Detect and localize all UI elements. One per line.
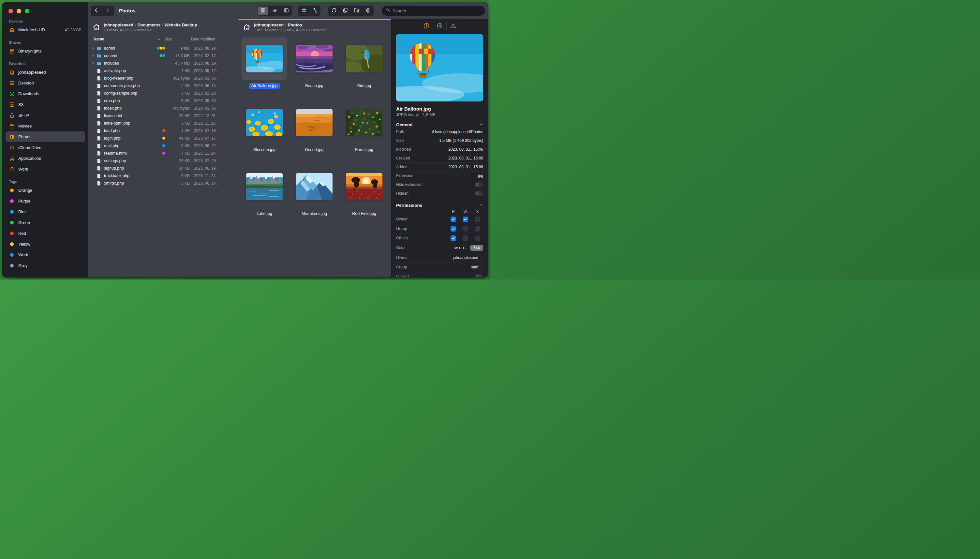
sidebar-item-movies[interactable]: Movies <box>5 121 85 131</box>
table-row[interactable]: cron.php6 KB2023. 05. 30. <box>88 97 238 104</box>
forward-button[interactable] <box>102 5 113 16</box>
breadcrumb-segment[interactable]: johnappleseed <box>104 23 134 27</box>
sidebar-item-downloads[interactable]: Downloads <box>5 88 85 99</box>
photo-item-beach[interactable]: Beach.jpg <box>292 38 337 93</box>
permission-checkbox[interactable] <box>450 226 456 232</box>
new-folder-button[interactable] <box>351 5 362 16</box>
sidebar-item-work[interactable]: Work <box>5 250 85 260</box>
permission-checkbox[interactable] <box>475 235 480 241</box>
column-view-button[interactable] <box>281 7 292 15</box>
permission-checkbox[interactable] <box>463 217 468 222</box>
sidebar-item-photos[interactable]: Photos <box>5 131 85 142</box>
minimize-window-button[interactable] <box>16 9 21 13</box>
sidebar-item-purple[interactable]: Purple <box>5 196 85 207</box>
toggle-switch[interactable] <box>475 191 483 196</box>
copy-button[interactable] <box>340 5 351 16</box>
sidebar-item-orange[interactable]: Orange <box>5 185 85 196</box>
connect-button[interactable] <box>309 5 320 16</box>
breadcrumb-segment[interactable]: Documents <box>137 23 160 27</box>
photo-item-lake[interactable]: Lake.jpg <box>242 165 287 221</box>
s3-icon: a <box>9 101 15 108</box>
permission-checkbox[interactable] <box>450 217 456 222</box>
table-row[interactable]: mail.php9 KB2023. 06. 22. <box>88 142 238 149</box>
refresh-button[interactable] <box>328 5 340 16</box>
sidebar-item-yellow[interactable]: Yellow <box>5 239 85 250</box>
back-button[interactable] <box>91 5 102 16</box>
permission-checkbox[interactable] <box>450 235 456 241</box>
sidebar-item-blue[interactable]: Blue <box>5 207 85 217</box>
sidebar-item-applications[interactable]: Applications <box>5 153 85 164</box>
disclosure-icon[interactable] <box>92 62 96 65</box>
inspector-tab-transfer[interactable] <box>433 22 446 31</box>
breadcrumb-segment[interactable]: Website Backup <box>165 23 197 27</box>
breadcrumb-segment[interactable]: Photos <box>287 23 302 27</box>
search-input[interactable]: Search <box>382 6 485 16</box>
zoom-window-button[interactable] <box>25 9 29 13</box>
group-dropdown[interactable]: staff <box>471 265 483 270</box>
sidebar-item-macintosh-hd[interactable]: Macintosh HD42,39 GB <box>5 25 85 35</box>
locked-toggle[interactable] <box>475 274 483 278</box>
table-row[interactable]: links-opml.php3 KB2022. 11. 26. <box>88 119 238 127</box>
table-row[interactable]: xmlrpc.php3 KB2023. 06. 14. <box>88 179 238 187</box>
column-header-date[interactable]: Date Modified <box>191 37 215 41</box>
grid-view-button[interactable] <box>257 7 268 15</box>
list-view-button[interactable] <box>269 7 280 15</box>
toggle-switch[interactable] <box>475 182 483 187</box>
sidebar-item-red[interactable]: Red <box>5 228 85 239</box>
table-row[interactable]: readme.html7 KB2025. 11. 24. <box>88 149 238 157</box>
inspector-tab-warning[interactable] <box>447 22 460 31</box>
sidebar-item-grey[interactable]: Grey <box>5 260 85 271</box>
permission-checkbox[interactable] <box>463 226 468 232</box>
photo-item-bird[interactable]: Bird.jpg <box>342 38 387 93</box>
sidebar-item-desktop[interactable]: Desktop <box>5 78 85 88</box>
table-row[interactable]: signup.php34 KB2023. 06. 19. <box>88 164 238 172</box>
permission-subject: Others <box>396 236 450 240</box>
octal-input[interactable]: 644 <box>470 245 483 251</box>
table-row[interactable]: settings.php26 KB2023. 07. 25. <box>88 157 238 164</box>
general-section-header[interactable]: General <box>396 122 483 127</box>
table-row[interactable]: activate.php7 KB2023. 05. 12. <box>88 67 238 74</box>
photo-item-red-field[interactable]: Red Field.jpg <box>342 165 387 221</box>
permissions-section-header[interactable]: Permissions <box>396 202 483 208</box>
owner-dropdown[interactable]: johnappleseed <box>453 255 483 260</box>
permission-checkbox[interactable] <box>475 226 480 232</box>
permission-checkbox[interactable] <box>475 217 480 222</box>
file-name: settings.php <box>102 159 154 163</box>
sidebar-item-s3[interactable]: aS3 <box>5 99 85 110</box>
photo-item-blossom[interactable]: Blossom.jpg <box>242 101 287 157</box>
sidebar-item-binarynights[interactable]: Binarynights <box>5 46 85 56</box>
sidebar-item-johnappleseed[interactable]: johnappleseed <box>5 67 85 78</box>
delete-button[interactable] <box>362 5 374 16</box>
column-header-size[interactable]: Size <box>164 37 172 41</box>
sidebar-item-sftp[interactable]: SFTP <box>5 110 85 121</box>
photo-item-mountains[interactable]: Mountains.jpg <box>292 165 337 221</box>
table-row[interactable]: index.php405 bytes2020. 02. 06. <box>88 104 238 112</box>
sidebar-item-work[interactable]: Work <box>5 164 85 174</box>
photo-item-forest[interactable]: Forest.jpg <box>342 101 387 157</box>
column-header-name[interactable]: Name <box>94 37 104 41</box>
breadcrumb[interactable]: johnappleseed›Photos <box>254 23 328 27</box>
favorites-button[interactable] <box>298 5 309 16</box>
table-row[interactable]: comments-post.php2 KB2023. 06. 14. <box>88 82 238 89</box>
table-row[interactable]: load.php4 KB2023. 07. 16. <box>88 127 238 134</box>
table-row[interactable]: trackback.php5 KB2025. 11. 24. <box>88 172 238 179</box>
table-row[interactable]: blog-header.php351 bytes2020. 02. 06. <box>88 74 238 82</box>
sidebar-item-icloud-drive[interactable]: iCloud Drive <box>5 142 85 153</box>
table-row[interactable]: content13,3 MB2024. 02. 17. <box>88 52 238 60</box>
breadcrumb-segment[interactable]: johnappleseed <box>254 23 284 27</box>
disclosure-icon[interactable] <box>92 46 96 50</box>
disclosure-icon[interactable] <box>92 54 96 58</box>
table-row[interactable]: config-sample.php3 KB2023. 02. 23. <box>88 89 238 97</box>
sidebar-item-green[interactable]: Green <box>5 217 85 228</box>
table-row[interactable]: includes45,4 MB2023. 08. 29. <box>88 60 238 67</box>
table-row[interactable]: login.php49 KB2023. 07. 17. <box>88 134 238 142</box>
table-row[interactable]: admin9 MB2023. 08. 29. <box>88 45 238 52</box>
right-pane-status: 1 of 9 selected (1,5 MB), 42,39 GB avail… <box>254 28 328 32</box>
photo-item-desert[interactable]: Desert.jpg <box>292 101 337 157</box>
inspector-tab-info-circle[interactable] <box>420 22 433 31</box>
breadcrumb[interactable]: johnappleseed›Documents›Website Backup <box>104 23 197 27</box>
permission-checkbox[interactable] <box>463 235 468 241</box>
photo-item-air-balloon[interactable]: Air Balloon.jpg <box>242 38 287 93</box>
table-row[interactable]: license.txt20 KB2022. 12. 31. <box>88 112 238 119</box>
close-window-button[interactable] <box>8 9 13 13</box>
